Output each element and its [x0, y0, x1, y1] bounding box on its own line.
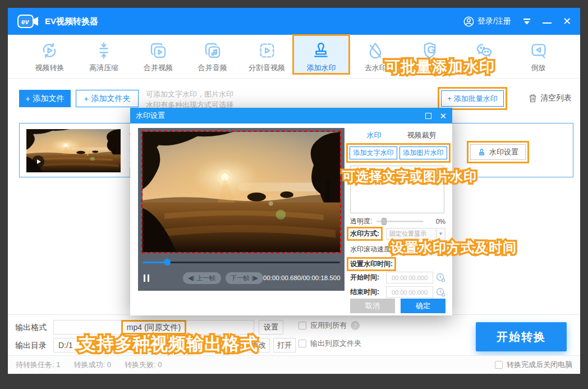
video-preview-panel: ◀| 上一帧 下一帧 |▶ 00:00:00.680/00:00:18.500 — [138, 128, 344, 291]
start-time-input[interactable]: 00:00:00.000 — [386, 272, 433, 283]
trash-icon — [529, 94, 537, 103]
opacity-row: 透明度: 0% — [350, 217, 445, 226]
chevron-down-icon: ▼ — [436, 228, 445, 239]
apply-all-checkbox[interactable]: 应用到所有 ? — [298, 321, 360, 331]
tool-add-watermark[interactable]: 添加水印 — [294, 36, 348, 73]
tool-merge-video[interactable]: 合并视频 — [131, 36, 186, 73]
annotation-set-time: 设置水印方式及时间 — [391, 239, 517, 257]
watermark-mode-select[interactable]: 固定位置显示 ▼ — [386, 228, 445, 240]
next-frame-button[interactable]: 下一帧 |▶ — [226, 272, 264, 284]
format-settings-button[interactable]: 设置 — [259, 320, 283, 335]
tool-label: 倒放 — [531, 63, 546, 73]
svg-text:G: G — [427, 44, 435, 56]
shutdown-checkbox[interactable]: 转换完成后关闭电脑 — [495, 360, 572, 370]
add-batch-label: 添加批量水印 — [454, 94, 498, 104]
statusbar: 待转换任务: 1 转换成功: 0 转换失败: 0 转换完成后关闭电脑 — [8, 355, 580, 374]
checkbox-icon[interactable] — [298, 340, 306, 347]
ok-button[interactable]: 确定 — [401, 299, 445, 313]
dialog-title: 水印设置 — [136, 111, 165, 121]
login-label: 登录/注册 — [477, 16, 511, 26]
titlebar-controls: 登录/注册 ✕ — [463, 16, 571, 27]
tool-label: 合并视频 — [144, 63, 173, 73]
opacity-slider[interactable] — [376, 217, 424, 226]
add-file-label: 添加文件 — [33, 94, 65, 104]
tool-label: 合并音频 — [198, 63, 227, 73]
watermark-mode-value: 固定位置显示 — [387, 230, 436, 238]
opacity-handle[interactable] — [382, 218, 387, 225]
tool-compress[interactable]: 高清压缩 — [77, 36, 131, 73]
plus-icon: + — [447, 94, 452, 103]
seek-slider[interactable] — [143, 259, 340, 266]
start-time-row: 开始时间: 00:00:00.000 — [350, 272, 445, 283]
merge-video-icon — [149, 41, 168, 60]
watermark-settings-highlight: 水印设置 — [467, 141, 529, 163]
checkbox-icon[interactable] — [495, 361, 503, 369]
checkbox-icon[interactable] — [298, 322, 306, 329]
status-failed: 转换失败: 0 — [125, 360, 162, 370]
tool-split[interactable]: 分割音视频 — [240, 36, 294, 73]
tool-label: 视频转换 — [35, 63, 64, 73]
close-button[interactable]: ✕ — [563, 16, 571, 26]
apply-all-label: 应用到所有 — [310, 321, 347, 331]
skin-menu-icon[interactable] — [522, 17, 531, 26]
user-icon — [463, 16, 474, 27]
to-source-label: 输出到原文件夹 — [310, 338, 361, 349]
clear-list-label: 清空列表 — [540, 93, 572, 103]
app-title: EV视频转换器 — [45, 16, 98, 27]
pause-button[interactable] — [144, 274, 149, 282]
opacity-label: 透明度: — [350, 217, 372, 226]
start-convert-button[interactable]: 开始转换 — [476, 322, 567, 351]
svg-text:ev: ev — [21, 18, 30, 26]
watermark-settings-button[interactable]: 水印设置 — [470, 144, 526, 160]
droplet-slash-icon — [366, 41, 385, 60]
dialog-maximize-button[interactable] — [425, 113, 431, 119]
titlebar: ev EV视频转换器 登录/注册 ✕ — [8, 8, 580, 35]
minimize-button[interactable] — [543, 22, 552, 24]
add-file-button[interactable]: + 添加文件 — [19, 90, 71, 107]
add-folder-button[interactable]: + 添加文件夹 — [76, 90, 139, 107]
tool-merge-audio[interactable]: 合并音频 — [185, 36, 240, 73]
app-logo-icon: ev — [17, 13, 39, 29]
output-format-label: 输出格式 — [15, 323, 47, 333]
compress-icon — [94, 41, 113, 60]
dialog-titlebar: 水印设置 ✕ — [130, 108, 452, 123]
add-watermark-buttons-highlight: 添加文字水印 添加图片水印 — [346, 143, 451, 163]
cancel-button[interactable]: 取消 — [350, 299, 395, 313]
add-text-watermark-button[interactable]: 添加文字水印 — [350, 147, 397, 159]
play-icon[interactable] — [32, 155, 44, 168]
tool-label: 添加水印 — [306, 63, 336, 73]
tool-label: 分割音视频 — [249, 63, 285, 73]
clear-list-button[interactable]: 清空列表 — [529, 93, 572, 103]
end-time-input[interactable]: 00:00:00.000 — [386, 286, 433, 298]
tool-label: 高清压缩 — [89, 63, 118, 73]
status-pending: 待转换任务: 1 — [16, 360, 60, 370]
clock-icon[interactable] — [436, 287, 445, 297]
dialog-close-button[interactable]: ✕ — [439, 112, 447, 120]
tool-label: 去水印 — [365, 63, 387, 73]
opacity-value: 0% — [436, 218, 445, 226]
seek-handle[interactable] — [164, 259, 171, 266]
watermark-time-label: 设置水印时间: — [347, 257, 396, 271]
help-icon[interactable]: ? — [351, 321, 360, 330]
clock-icon[interactable] — [436, 273, 445, 282]
split-icon — [258, 41, 277, 60]
player-controls: ◀| 上一帧 下一帧 |▶ 00:00:00.680/00:00:18.500 — [144, 270, 340, 286]
merge-audio-icon — [203, 41, 222, 60]
add-image-watermark-button[interactable]: 添加图片水印 — [399, 147, 447, 159]
prev-frame-button[interactable]: ◀| 上一帧 — [183, 272, 221, 284]
plus-icon: + — [25, 94, 30, 103]
to-source-checkbox[interactable]: 输出到原文件夹 — [298, 338, 361, 349]
watermark-settings-label: 水印设置 — [489, 147, 518, 157]
time-section-row: 设置水印时间: — [350, 257, 445, 271]
stamp-icon — [311, 41, 330, 60]
tool-convert[interactable]: 视频转换 — [22, 36, 77, 73]
login-button[interactable]: 登录/注册 — [463, 16, 511, 27]
open-dir-button[interactable]: 打开 — [273, 338, 296, 353]
add-batch-watermark-button[interactable]: + 添加批量水印 — [441, 90, 504, 107]
tool-reverse[interactable]: 倒放 — [511, 36, 566, 73]
hint-line-1: 可添加文字水印，图片水印 — [146, 89, 233, 99]
screenshot-stage: ev EV视频转换器 登录/注册 ✕ — [0, 0, 588, 389]
preview-video[interactable] — [141, 131, 341, 253]
watermark-hint: 可添加文字水印，图片水印 水印有多种出现方式可选择 — [146, 89, 233, 110]
watermark-mode-label: 水印方式: — [347, 227, 383, 241]
